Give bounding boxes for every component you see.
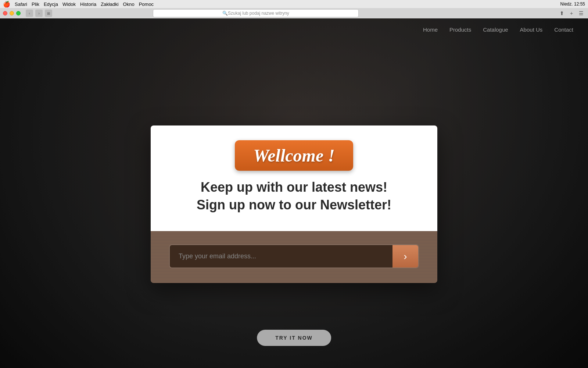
arrow-right-icon: › [404,251,407,262]
mac-toolbar: ‹ › ⊞ 🔍 Szukaj lub podaj nazwe witryny ⬆… [0,8,588,18]
modal-bottom-section: › [151,231,437,283]
history-menu[interactable]: Historia [80,1,96,7]
tab-toggle-button[interactable]: ⊞ [45,10,52,17]
bookmarks-menu[interactable]: Zakładki [101,1,118,7]
help-menu[interactable]: Pomoc [139,1,154,7]
share-icon[interactable]: ⬆ [558,9,566,17]
file-menu[interactable]: Plik [32,1,39,7]
mac-chrome: 🍎 Safari Plik Edycja Widok Historia Zakł… [0,0,588,18]
modal-top-section: Wellcome ! Keep up with our latest news!… [151,125,437,231]
tagline-line1: Keep up with our latest news! [197,180,391,195]
welcome-text: Wellcome ! [253,146,335,165]
apple-menu[interactable]: 🍎 [3,1,10,8]
edit-menu[interactable]: Edycja [44,1,58,7]
clock: Niedz. 12:55 [560,1,585,7]
search-icon: 🔍 [222,11,228,16]
add-tab-icon[interactable]: + [567,9,576,17]
modal-overlay: Wellcome ! Keep up with our latest news!… [0,18,588,368]
email-form: › [169,244,419,268]
sidebar-icon[interactable]: ☰ [577,9,585,17]
window-menu[interactable]: Okno [123,1,135,7]
mac-menubar: 🍎 Safari Plik Edycja Widok Historia Zakł… [0,0,588,8]
welcome-badge: Wellcome ! [235,140,353,171]
toolbar-right: ⬆ + ☰ [558,9,585,17]
modal-tagline: Keep up with our latest news! Sign up no… [197,180,391,213]
maximize-button[interactable] [16,11,21,15]
forward-button[interactable]: › [35,10,43,17]
back-button[interactable]: ‹ [26,10,33,17]
address-bar[interactable]: 🔍 Szukaj lub podaj nazwe witryny [153,9,359,17]
newsletter-modal: Wellcome ! Keep up with our latest news!… [151,125,437,283]
menubar-right: Niedz. 12:55 [560,1,585,7]
view-menu[interactable]: Widok [62,1,76,7]
website: Home Products Catalogue About Us Contact… [0,18,588,368]
tagline-line2: Sign up now to our Newsletter! [197,197,391,213]
safari-menu[interactable]: Safari [15,1,27,7]
address-text: Szukaj lub podaj nazwe witryny [228,11,289,16]
close-button[interactable] [3,11,7,15]
email-input[interactable] [170,245,392,268]
traffic-lights [3,11,21,15]
submit-button[interactable]: › [392,245,418,268]
minimize-button[interactable] [10,11,14,15]
